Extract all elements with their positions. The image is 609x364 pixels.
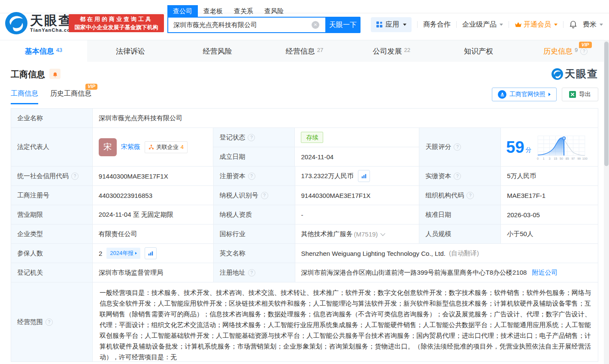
svg-text:3: 3 xyxy=(548,157,550,161)
subscribe-bell-icon[interactable] xyxy=(49,69,61,79)
search-tab-boss[interactable]: 查老板 xyxy=(198,5,228,17)
related-count: 4 xyxy=(181,144,184,150)
search-button[interactable]: 天眼一下 xyxy=(325,17,361,33)
help-icon[interactable] xyxy=(261,192,268,199)
nav-open-vip[interactable]: 开通会员 xyxy=(515,20,557,29)
field-label: 国标行业 xyxy=(214,224,295,244)
field-label: 登记机关 xyxy=(11,263,93,282)
auto-translate-note: (自动翻译) xyxy=(449,249,479,258)
tab-operating-risk[interactable]: 经营风险 xyxy=(174,40,261,62)
tab-intellectual-property[interactable]: 知识产权 xyxy=(435,40,522,62)
nav-user[interactable]: 费米 xyxy=(583,20,603,29)
org-code-value: MAE3E17F-1 xyxy=(501,186,598,205)
english-name-value: Shenzhen Weiguang Lighting Technology Co… xyxy=(301,250,445,257)
arrow-right-icon xyxy=(548,93,551,96)
tab-operating-info[interactable]: 经营信息 27 xyxy=(261,40,348,62)
arrow-right-icon xyxy=(135,252,137,255)
table-row: 法定代表人 宋 宋紫薇 关联企业 4 xyxy=(11,128,598,167)
search-input[interactable] xyxy=(167,17,325,33)
search-type-tabs: 查公司 查老板 查关系 查风险 xyxy=(167,5,289,17)
help-icon[interactable] xyxy=(248,134,255,141)
reg-number-value: 440300223916853 xyxy=(93,186,214,205)
table-row: 经营范围 一般经营项目是：技术服务、技术开发、技术咨询、技术交流、技术转让、技术… xyxy=(11,282,598,362)
field-label: 营业期限 xyxy=(11,205,93,224)
help-icon[interactable] xyxy=(580,48,588,55)
tab-label: 经营风险 xyxy=(203,46,232,56)
legal-rep-name-link[interactable]: 宋紫薇 xyxy=(121,143,140,151)
field-label: 参保人数 xyxy=(11,244,93,263)
insured-trend-icon[interactable] xyxy=(145,247,157,259)
tab-count: 9 xyxy=(575,47,578,53)
nav-user-label: 费米 xyxy=(583,20,597,29)
help-icon[interactable] xyxy=(467,192,474,199)
tab-label: 历史信息 xyxy=(543,46,573,56)
field-label: 人员规模 xyxy=(419,224,501,244)
help-icon[interactable] xyxy=(45,318,53,326)
chevron-down-icon xyxy=(381,231,385,236)
field-label: 企业名称 xyxy=(11,109,93,128)
help-icon[interactable] xyxy=(248,269,255,276)
help-icon[interactable] xyxy=(248,173,255,180)
related-label: 关联企业 xyxy=(156,143,179,151)
apps-menu[interactable]: 应用 xyxy=(371,17,412,32)
related-companies-badge[interactable]: 关联企业 4 xyxy=(145,141,188,153)
promo-line-1: 都在用的商业查询工具 xyxy=(80,15,153,23)
tab-label: 经营信息 xyxy=(286,46,315,56)
section-header: 工商信息 天眼查 xyxy=(11,62,598,86)
industry-code: (M7519) xyxy=(354,231,378,238)
english-name-cell: Shenzhen Weiguang Lighting Technology Co… xyxy=(295,244,598,263)
industry-cell[interactable]: 其他技术推广服务 (M7519) xyxy=(295,224,420,244)
search-tab-risk[interactable]: 查风险 xyxy=(259,5,289,17)
tab-legal-litigation[interactable]: 法律诉讼 xyxy=(87,40,174,62)
nearby-companies-link[interactable]: 附近公司 xyxy=(532,269,557,277)
label-text: 纳税人识别号 xyxy=(220,191,258,200)
official-snapshot-button[interactable]: 工商官网快照 xyxy=(492,88,557,101)
business-info-table: 企业名称 深圳市薇光点亮科技有限公司 法定代表人 宋 宋紫薇 关联企业 4 xyxy=(11,108,598,362)
chevron-down-icon xyxy=(600,24,603,26)
search-tab-company[interactable]: 查公司 xyxy=(167,5,198,17)
est-date-value: 2024-11-04 xyxy=(295,147,419,167)
field-label: 企业类型 xyxy=(11,224,93,244)
tab-basic-info[interactable]: 基本信息 43 xyxy=(0,40,87,62)
score-distribution-chart: 0 1 3 15 50 85 97 99 100 xyxy=(535,133,590,161)
stamp-icon xyxy=(498,90,506,99)
tab-history-info[interactable]: VIP 历史信息 9 xyxy=(522,40,609,62)
label-text: 登记状态 xyxy=(219,133,245,142)
nav-enterprise-label: 企业级产品 xyxy=(462,20,497,29)
score-cell[interactable]: 59 分 xyxy=(501,128,598,167)
help-icon[interactable] xyxy=(454,173,461,180)
subtab-business-info[interactable]: 工商信息 xyxy=(11,89,38,104)
tab-label: 公司发展 xyxy=(373,46,402,56)
tianyancha-company-page: 天眼查 TianYanCha.com 都在用的商业查询工具 国家中小企业发展子基… xyxy=(0,0,609,364)
help-icon[interactable] xyxy=(454,143,461,151)
table-row: 工商注册号 440300223916853 纳税人识别号 91440300MAE… xyxy=(11,186,598,205)
clear-icon[interactable] xyxy=(312,21,319,29)
search-tab-relation[interactable]: 查关系 xyxy=(228,5,259,17)
export-label: 导出 xyxy=(579,91,591,98)
svg-text:15: 15 xyxy=(554,157,557,161)
export-button[interactable]: 导出 xyxy=(562,88,598,101)
help-icon[interactable] xyxy=(71,173,79,180)
field-label: 法定代表人 xyxy=(11,128,93,167)
taxpayer-quality-value: - xyxy=(295,205,420,224)
annual-report-badge[interactable]: 2024年报 xyxy=(106,248,140,259)
notification-bell-icon[interactable] xyxy=(569,20,577,29)
tianyancha-logo[interactable]: 天眼查 TianYanCha.com xyxy=(5,12,75,34)
address-cell: 深圳市前海深港合作区南山街道前湾一路399号前海嘉里商务中心T8办公楼2108 … xyxy=(295,263,598,282)
field-label: 组织机构代码 xyxy=(419,186,501,205)
capital-trend-icon[interactable] xyxy=(358,170,370,182)
chevron-down-icon xyxy=(554,24,557,26)
scrollbar-thumb[interactable] xyxy=(604,42,609,166)
industry-value: 其他技术推广服务 xyxy=(301,230,353,238)
svg-text:97: 97 xyxy=(571,157,575,161)
tab-label: 法律诉讼 xyxy=(116,46,145,56)
nav-enterprise-products[interactable]: 企业级产品 xyxy=(462,20,503,29)
nav-cooperation[interactable]: 商务合作 xyxy=(423,20,451,29)
tab-company-development[interactable]: 公司发展 22 xyxy=(348,40,435,62)
legal-rep-cell: 宋 宋紫薇 关联企业 4 xyxy=(93,128,214,167)
subtab-history-business-info[interactable]: 历史工商信息 VIP xyxy=(50,89,91,104)
status-badge: 存续 xyxy=(301,132,323,143)
legal-rep-avatar[interactable]: 宋 xyxy=(99,138,117,156)
header-divider xyxy=(0,13,609,13)
promo-line-2: 国家中小企业发展子基金旗下机构 xyxy=(75,23,158,31)
